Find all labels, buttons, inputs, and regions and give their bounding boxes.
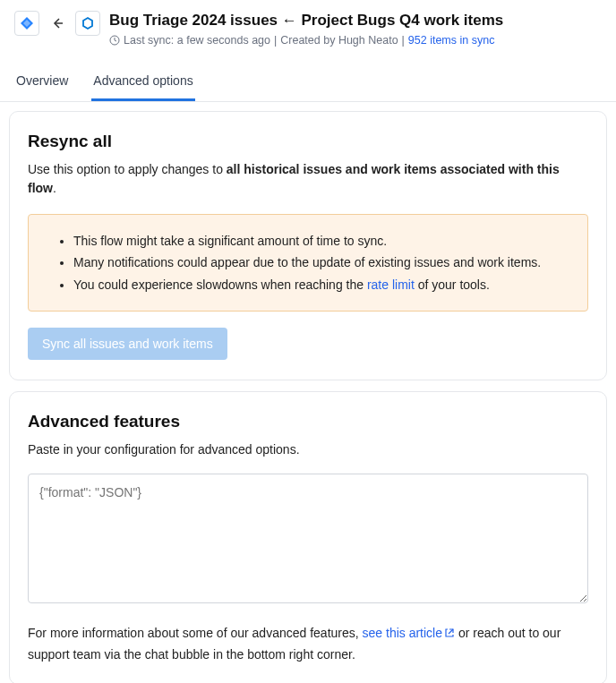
warning-item: Many notifications could appear due to t…: [73, 252, 573, 272]
page-subtitle: Last sync: a few seconds ago | Created b…: [109, 34, 602, 47]
see-article-link[interactable]: see this article: [363, 626, 455, 640]
advanced-description: Paste in your configuration for advanced…: [28, 440, 588, 459]
devops-icon: [81, 16, 95, 30]
resync-description: Use this option to apply changes to all …: [28, 160, 588, 198]
warning-item: You could experience slowdowns when reac…: [73, 275, 573, 295]
back-arrow-icon[interactable]: [48, 11, 66, 36]
items-in-sync-link[interactable]: 952 items in sync: [408, 34, 495, 47]
created-by-label: Created by Hugh Neato: [280, 34, 398, 47]
warning-item: This flow might take a significant amoun…: [73, 231, 573, 251]
devops-app-icon[interactable]: [75, 11, 100, 36]
advanced-features-card: Advanced features Paste in your configur…: [9, 391, 607, 683]
advanced-title: Advanced features: [28, 412, 588, 431]
resync-title: Resync all: [28, 132, 588, 151]
advanced-footer: For more information about some of our a…: [28, 623, 588, 664]
jira-icon: [20, 16, 34, 30]
jira-app-icon[interactable]: [14, 11, 39, 36]
tab-overview[interactable]: Overview: [14, 63, 70, 101]
sync-all-button[interactable]: Sync all issues and work items: [28, 328, 227, 360]
page-title: Bug Triage 2024 issues ← Project Bugs Q4…: [109, 11, 602, 30]
clock-icon: [109, 35, 120, 46]
last-sync-label: Last sync: a few seconds ago: [124, 34, 270, 47]
rate-limit-link[interactable]: rate limit: [367, 277, 415, 292]
resync-warning-box: This flow might take a significant amoun…: [28, 214, 588, 312]
external-link-icon: [444, 624, 455, 644]
tab-advanced-options[interactable]: Advanced options: [91, 63, 194, 101]
resync-card: Resync all Use this option to apply chan…: [9, 111, 607, 380]
config-textarea[interactable]: [28, 474, 588, 603]
